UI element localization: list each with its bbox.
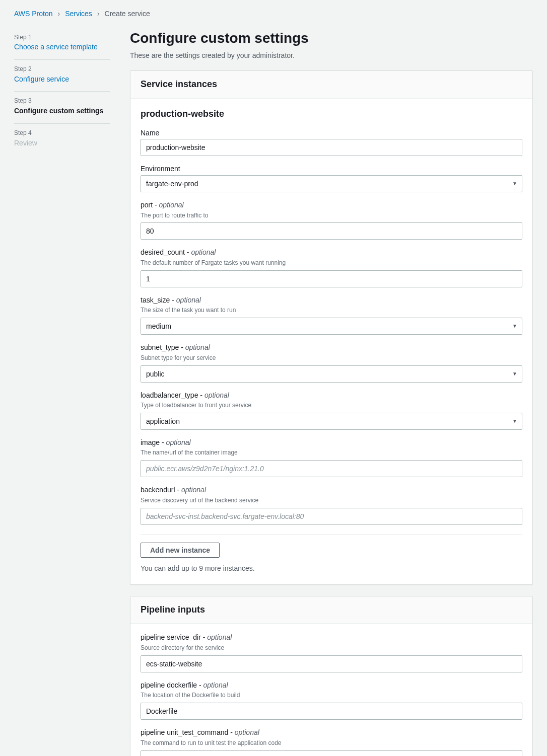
step-title: Choose a service template (14, 42, 110, 52)
step-title: Configure service (14, 74, 110, 85)
backendurl-hint: Service discovery url of the backend ser… (141, 496, 522, 505)
instance-title: production-website (141, 108, 522, 120)
backendurl-label: backendurl - optional (141, 485, 522, 495)
name-input[interactable] (141, 139, 522, 156)
unit-test-command-hint: The command to run to unit test the appl… (141, 739, 522, 747)
image-hint: The name/url of the container image (141, 448, 522, 457)
image-label: image - optional (141, 438, 522, 448)
step-number: Step 3 (14, 97, 110, 105)
pipeline-inputs-panel: Pipeline inputs pipeline service_dir - o… (130, 596, 533, 756)
environment-label: Environment (141, 164, 522, 174)
service-dir-input[interactable] (141, 655, 522, 672)
unit-test-command-label: pipeline unit_test_command - optional (141, 728, 522, 738)
step-1[interactable]: Step 1 Choose a service template (14, 28, 110, 60)
add-new-instance-button[interactable]: Add new instance (141, 543, 220, 558)
breadcrumb: AWS Proton › Services › Create service (14, 9, 533, 19)
environment-select[interactable]: fargate-env-prod (141, 175, 522, 192)
image-input[interactable] (141, 460, 522, 477)
loadbalancer-type-label: loadbalancer_type - optional (141, 391, 522, 401)
step-title: Review (14, 138, 110, 148)
port-label: port - optional (141, 200, 522, 210)
step-title: Configure custom settings (14, 106, 110, 116)
backendurl-input[interactable] (141, 508, 522, 525)
desired-count-input[interactable] (141, 270, 522, 287)
add-instance-note: You can add up to 9 more instances. (141, 564, 522, 574)
task-size-select[interactable]: medium (141, 318, 522, 335)
breadcrumb-current: Create service (105, 9, 150, 19)
panel-title: Service instances (130, 71, 532, 98)
desired-count-hint: The default number of Fargate tasks you … (141, 259, 522, 267)
step-number: Step 1 (14, 33, 110, 42)
page-subtitle: These are the settings created by your a… (130, 51, 533, 61)
loadbalancer-type-select[interactable]: application (141, 413, 522, 430)
service-instances-panel: Service instances production-website Nam… (130, 70, 533, 585)
service-dir-label: pipeline service_dir - optional (141, 633, 522, 643)
divider (141, 534, 522, 535)
service-dir-hint: Source directory for the service (141, 644, 522, 652)
subnet-type-hint: Subnet type for your service (141, 354, 522, 362)
step-4: Step 4 Review (14, 124, 110, 155)
wizard-steps: Step 1 Choose a service template Step 2 … (14, 28, 110, 756)
port-hint: The port to route traffic to (141, 211, 522, 220)
loadbalancer-type-hint: Type of loadbalancer to front your servi… (141, 401, 522, 410)
unit-test-command-input[interactable] (141, 750, 522, 756)
desired-count-label: desired_count - optional (141, 248, 522, 258)
subnet-type-select[interactable]: public (141, 365, 522, 383)
chevron-right-icon: › (97, 9, 100, 19)
name-label: Name (141, 128, 522, 138)
task-size-label: task_size - optional (141, 295, 522, 306)
task-size-hint: The size of the task you want to run (141, 306, 522, 315)
breadcrumb-services[interactable]: Services (65, 9, 92, 19)
chevron-right-icon: › (58, 9, 60, 19)
step-2[interactable]: Step 2 Configure service (14, 60, 110, 92)
step-number: Step 2 (14, 65, 110, 73)
port-input[interactable] (141, 222, 522, 240)
dockerfile-hint: The location of the Dockerfile to build (141, 691, 522, 700)
dockerfile-input[interactable] (141, 703, 522, 720)
page-title: Configure custom settings (130, 28, 533, 48)
step-number: Step 4 (14, 129, 110, 137)
step-3: Step 3 Configure custom settings (14, 92, 110, 123)
dockerfile-label: pipeline dockerfile - optional (141, 681, 522, 691)
subnet-type-label: subnet_type - optional (141, 343, 522, 353)
breadcrumb-aws-proton[interactable]: AWS Proton (14, 9, 53, 19)
panel-title: Pipeline inputs (130, 596, 532, 624)
